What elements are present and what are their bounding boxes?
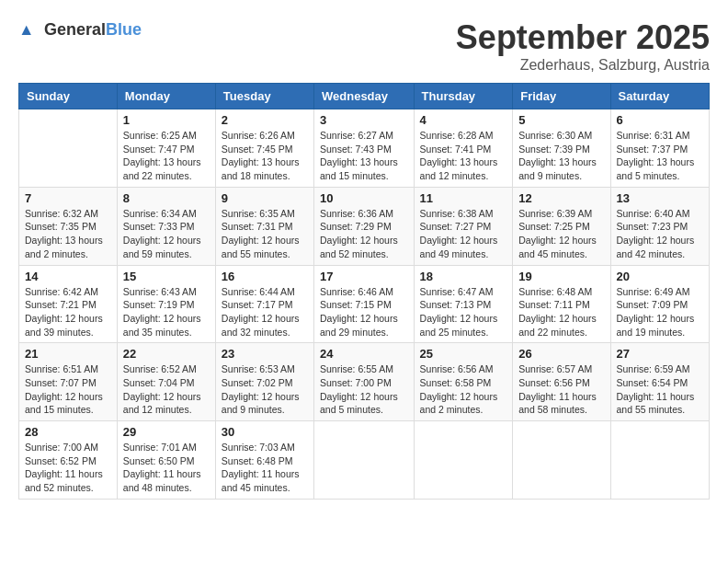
svg-text:▲: ▲ — [18, 20, 34, 39]
column-header-tuesday: Tuesday — [215, 84, 313, 109]
day-info: Sunrise: 6:32 AM Sunset: 7:35 PM Dayligh… — [25, 207, 111, 261]
column-header-wednesday: Wednesday — [314, 84, 415, 109]
day-number: 21 — [25, 347, 111, 361]
logo-text-blue: Blue — [106, 20, 142, 39]
calendar-week-row: 28Sunrise: 7:00 AM Sunset: 6:52 PM Dayli… — [19, 421, 710, 500]
day-number: 25 — [420, 347, 507, 361]
day-info: Sunrise: 6:59 AM Sunset: 6:54 PM Dayligh… — [617, 362, 703, 417]
day-info: Sunrise: 6:43 AM Sunset: 7:19 PM Dayligh… — [123, 285, 210, 339]
calendar-cell: 10Sunrise: 6:36 AM Sunset: 7:29 PM Dayli… — [314, 187, 415, 265]
calendar-cell: 22Sunrise: 6:52 AM Sunset: 7:04 PM Dayli… — [117, 343, 215, 421]
day-info: Sunrise: 6:53 AM Sunset: 7:02 PM Dayligh… — [222, 362, 308, 417]
day-number: 6 — [617, 113, 703, 127]
day-info: Sunrise: 6:36 AM Sunset: 7:29 PM Dayligh… — [320, 207, 408, 261]
day-number: 28 — [25, 425, 111, 439]
calendar-cell: 26Sunrise: 6:57 AM Sunset: 6:56 PM Dayli… — [513, 343, 610, 421]
calendar-week-row: 1Sunrise: 6:25 AM Sunset: 7:47 PM Daylig… — [19, 109, 710, 188]
day-info: Sunrise: 7:03 AM Sunset: 6:48 PM Dayligh… — [222, 441, 308, 495]
calendar-cell: 24Sunrise: 6:55 AM Sunset: 7:00 PM Dayli… — [314, 343, 415, 421]
calendar-cell: 11Sunrise: 6:38 AM Sunset: 7:27 PM Dayli… — [414, 187, 513, 265]
calendar-cell: 20Sunrise: 6:49 AM Sunset: 7:09 PM Dayli… — [610, 265, 709, 343]
day-info: Sunrise: 6:56 AM Sunset: 6:58 PM Dayligh… — [420, 362, 507, 417]
day-number: 17 — [320, 270, 408, 283]
calendar-cell: 9Sunrise: 6:35 AM Sunset: 7:31 PM Daylig… — [215, 187, 313, 265]
day-number: 22 — [123, 347, 210, 361]
day-info: Sunrise: 6:48 AM Sunset: 7:11 PM Dayligh… — [518, 285, 604, 339]
calendar-cell: 18Sunrise: 6:47 AM Sunset: 7:13 PM Dayli… — [414, 265, 513, 343]
day-number: 2 — [222, 113, 308, 127]
calendar-cell: 4Sunrise: 6:28 AM Sunset: 7:41 PM Daylig… — [414, 109, 513, 188]
day-info: Sunrise: 6:39 AM Sunset: 7:25 PM Dayligh… — [518, 207, 604, 261]
calendar-week-row: 14Sunrise: 6:42 AM Sunset: 7:21 PM Dayli… — [19, 265, 710, 343]
calendar-cell: 15Sunrise: 6:43 AM Sunset: 7:19 PM Dayli… — [117, 265, 215, 343]
calendar-cell — [19, 109, 118, 188]
calendar-header-row: SundayMondayTuesdayWednesdayThursdayFrid… — [19, 84, 710, 109]
calendar-cell: 28Sunrise: 7:00 AM Sunset: 6:52 PM Dayli… — [19, 421, 118, 500]
day-info: Sunrise: 6:57 AM Sunset: 6:56 PM Dayligh… — [518, 362, 604, 417]
day-info: Sunrise: 6:30 AM Sunset: 7:39 PM Dayligh… — [518, 129, 604, 183]
month-title: September 2025 — [456, 18, 710, 57]
calendar-cell: 21Sunrise: 6:51 AM Sunset: 7:07 PM Dayli… — [19, 343, 118, 421]
day-info: Sunrise: 6:26 AM Sunset: 7:45 PM Dayligh… — [222, 129, 308, 183]
day-number: 7 — [25, 191, 111, 205]
calendar-table: SundayMondayTuesdayWednesdayThursdayFrid… — [18, 83, 710, 500]
day-number: 14 — [25, 270, 111, 283]
calendar-cell: 2Sunrise: 6:26 AM Sunset: 7:45 PM Daylig… — [215, 109, 313, 188]
column-header-sunday: Sunday — [19, 84, 118, 109]
day-info: Sunrise: 7:00 AM Sunset: 6:52 PM Dayligh… — [25, 441, 111, 495]
calendar-cell: 30Sunrise: 7:03 AM Sunset: 6:48 PM Dayli… — [215, 421, 313, 500]
day-info: Sunrise: 6:51 AM Sunset: 7:07 PM Dayligh… — [25, 362, 111, 417]
day-info: Sunrise: 6:25 AM Sunset: 7:47 PM Dayligh… — [123, 129, 210, 183]
day-number: 23 — [222, 347, 308, 361]
calendar-cell: 29Sunrise: 7:01 AM Sunset: 6:50 PM Dayli… — [117, 421, 215, 500]
location-title: Zederhaus, Salzburg, Austria — [456, 57, 710, 74]
day-number: 20 — [617, 270, 703, 283]
day-info: Sunrise: 6:42 AM Sunset: 7:21 PM Dayligh… — [25, 285, 111, 339]
calendar-week-row: 7Sunrise: 6:32 AM Sunset: 7:35 PM Daylig… — [19, 187, 710, 265]
day-number: 19 — [518, 270, 604, 283]
day-info: Sunrise: 6:28 AM Sunset: 7:41 PM Dayligh… — [420, 129, 507, 183]
calendar-cell: 7Sunrise: 6:32 AM Sunset: 7:35 PM Daylig… — [19, 187, 118, 265]
day-number: 26 — [518, 347, 604, 361]
calendar-cell: 23Sunrise: 6:53 AM Sunset: 7:02 PM Dayli… — [215, 343, 313, 421]
calendar-cell: 6Sunrise: 6:31 AM Sunset: 7:37 PM Daylig… — [610, 109, 709, 188]
day-number: 11 — [420, 191, 507, 205]
day-number: 30 — [222, 425, 308, 439]
logo: ▲ GeneralBlue — [18, 18, 142, 40]
day-number: 16 — [222, 270, 308, 283]
calendar-cell: 19Sunrise: 6:48 AM Sunset: 7:11 PM Dayli… — [513, 265, 610, 343]
column-header-thursday: Thursday — [414, 84, 513, 109]
column-header-saturday: Saturday — [610, 84, 709, 109]
day-info: Sunrise: 6:46 AM Sunset: 7:15 PM Dayligh… — [320, 285, 408, 339]
calendar-cell: 14Sunrise: 6:42 AM Sunset: 7:21 PM Dayli… — [19, 265, 118, 343]
day-info: Sunrise: 6:44 AM Sunset: 7:17 PM Dayligh… — [222, 285, 308, 339]
day-number: 29 — [123, 425, 210, 439]
calendar-week-row: 21Sunrise: 6:51 AM Sunset: 7:07 PM Dayli… — [19, 343, 710, 421]
calendar-cell: 12Sunrise: 6:39 AM Sunset: 7:25 PM Dayli… — [513, 187, 610, 265]
calendar-cell: 3Sunrise: 6:27 AM Sunset: 7:43 PM Daylig… — [314, 109, 415, 188]
day-number: 13 — [617, 191, 703, 205]
day-number: 12 — [518, 191, 604, 205]
calendar-cell: 17Sunrise: 6:46 AM Sunset: 7:15 PM Dayli… — [314, 265, 415, 343]
day-number: 8 — [123, 191, 210, 205]
day-info: Sunrise: 6:27 AM Sunset: 7:43 PM Dayligh… — [320, 129, 408, 183]
day-number: 1 — [123, 113, 210, 127]
calendar-cell: 8Sunrise: 6:34 AM Sunset: 7:33 PM Daylig… — [117, 187, 215, 265]
column-header-friday: Friday — [513, 84, 610, 109]
logo-icon: ▲ — [18, 18, 40, 40]
day-info: Sunrise: 6:31 AM Sunset: 7:37 PM Dayligh… — [617, 129, 703, 183]
column-header-monday: Monday — [117, 84, 215, 109]
day-info: Sunrise: 6:34 AM Sunset: 7:33 PM Dayligh… — [123, 207, 210, 261]
day-number: 9 — [222, 191, 308, 205]
day-info: Sunrise: 6:47 AM Sunset: 7:13 PM Dayligh… — [420, 285, 507, 339]
calendar-cell — [610, 421, 709, 500]
day-number: 27 — [617, 347, 703, 361]
calendar-cell: 16Sunrise: 6:44 AM Sunset: 7:17 PM Dayli… — [215, 265, 313, 343]
day-number: 15 — [123, 270, 210, 283]
day-info: Sunrise: 6:55 AM Sunset: 7:00 PM Dayligh… — [320, 362, 408, 417]
day-number: 4 — [420, 113, 507, 127]
calendar-cell — [314, 421, 415, 500]
calendar-cell: 5Sunrise: 6:30 AM Sunset: 7:39 PM Daylig… — [513, 109, 610, 188]
day-info: Sunrise: 6:38 AM Sunset: 7:27 PM Dayligh… — [420, 207, 507, 261]
calendar-cell: 27Sunrise: 6:59 AM Sunset: 6:54 PM Dayli… — [610, 343, 709, 421]
